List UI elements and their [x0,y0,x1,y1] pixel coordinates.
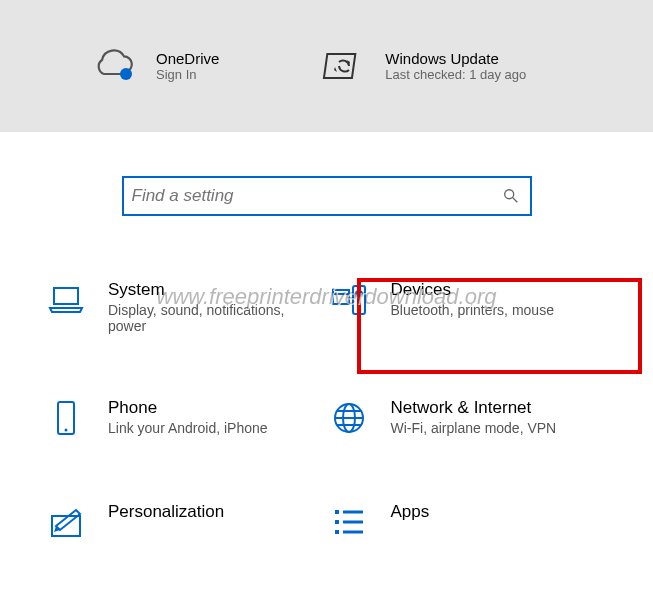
personalization-title: Personalization [108,502,224,522]
tile-system[interactable]: System Display, sound, notifications, po… [44,276,327,338]
svg-rect-20 [335,530,339,534]
search-icon [502,187,520,205]
sync-icon [319,42,367,90]
settings-grid: System Display, sound, notifications, po… [0,276,653,546]
network-sub: Wi-Fi, airplane mode, VPN [391,420,557,436]
tile-personalization[interactable]: Personalization [44,498,327,546]
tile-apps[interactable]: Apps [327,498,610,546]
onedrive-title: OneDrive [156,50,219,67]
phone-icon [46,398,86,438]
devices-sub: Bluetooth, printers, mouse [391,302,554,318]
svg-rect-16 [335,510,339,514]
update-title: Windows Update [385,50,526,67]
tile-network[interactable]: Network & Internet Wi-Fi, airplane mode,… [327,394,610,442]
svg-point-0 [120,68,132,80]
system-title: System [108,280,308,300]
tile-phone[interactable]: Phone Link your Android, iPhone [44,394,327,442]
search-box[interactable] [122,176,532,216]
onedrive-sub: Sign In [156,67,219,82]
tile-devices[interactable]: Devices Bluetooth, printers, mouse [327,276,610,338]
globe-icon [329,398,369,438]
phone-title: Phone [108,398,268,418]
onedrive-item[interactable]: OneDrive Sign In [90,42,219,90]
devices-title: Devices [391,280,554,300]
svg-point-2 [504,190,513,199]
svg-point-9 [357,303,360,306]
devices-icon [329,280,369,320]
apps-title: Apps [391,502,430,522]
laptop-icon [46,280,86,320]
account-status-bar: OneDrive Sign In Windows Update Last che… [0,0,653,132]
svg-point-11 [65,429,68,432]
network-title: Network & Internet [391,398,557,418]
svg-rect-5 [333,290,349,304]
windows-update-item[interactable]: Windows Update Last checked: 1 day ago [319,42,526,90]
svg-line-3 [512,198,517,203]
search-input[interactable] [132,186,502,206]
cloud-icon [90,42,138,90]
paintbrush-icon [46,502,86,542]
svg-point-8 [356,291,362,297]
svg-rect-18 [335,520,339,524]
update-sub: Last checked: 1 day ago [385,67,526,82]
phone-sub: Link your Android, iPhone [108,420,268,436]
list-icon [329,502,369,542]
svg-rect-4 [54,288,78,304]
system-sub: Display, sound, notifications, power [108,302,308,334]
